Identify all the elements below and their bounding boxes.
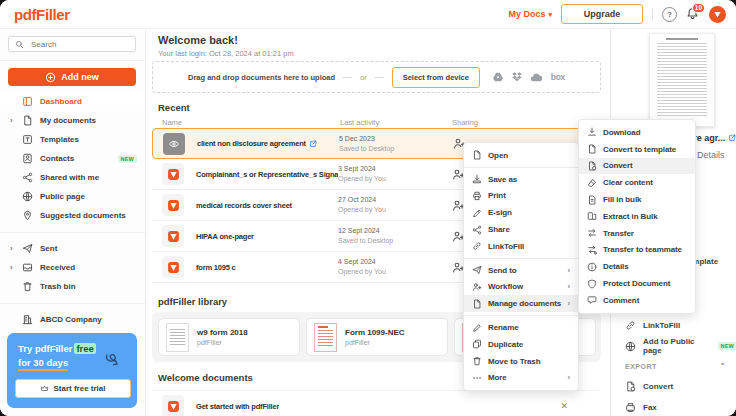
upgrade-button[interactable]: Upgrade	[561, 4, 643, 24]
details-link[interactable]: Details	[697, 150, 725, 160]
notifications-bell[interactable]: 10	[686, 7, 700, 21]
drag-drop-label: Drag and drop documents here to upload	[188, 73, 335, 82]
submenu-item-fill-in-bulk[interactable]: Fill in bulk	[579, 191, 695, 208]
doc-name: medical records cover sheet	[196, 201, 292, 210]
submenu-item-transfer[interactable]: Transfer	[579, 225, 695, 242]
sidebar-item-contacts[interactable]: Contacts NEW	[0, 149, 145, 168]
extract-icon	[587, 211, 597, 221]
menu-divider	[464, 167, 578, 168]
sidebar-item-templates[interactable]: Templates	[0, 130, 145, 149]
shield-icon	[587, 279, 597, 289]
sidebar-item-suggested-documents[interactable]: Suggested documents	[0, 206, 145, 225]
crown-icon	[40, 384, 49, 393]
sidebar-item-shared-with-me[interactable]: Shared with me	[0, 168, 145, 187]
pdffiller-app-window: pdfFiller My Docs ▾ Upgrade ? 10	[0, 0, 736, 416]
pdffiller-logo: pdfFiller	[14, 6, 70, 23]
sidebar-item-my-documents[interactable]: › My documents	[0, 111, 145, 130]
submenu-item-transfer-to-teammate[interactable]: Transfer to teammate	[579, 242, 695, 259]
doc-activity: Saved to Desktop	[338, 236, 452, 246]
submenu-item-protect-document[interactable]: Protect Document	[579, 275, 695, 292]
welcome-doc-row[interactable]: Get started with pdfFiller ✕	[152, 390, 600, 416]
sidebar-item-dashboard[interactable]: Dashboard	[0, 92, 145, 111]
start-free-trial-button[interactable]: Start free trial	[15, 379, 131, 398]
divider	[343, 77, 352, 78]
my-docs-label: My Docs	[508, 9, 545, 19]
submenu-item-clear-content[interactable]: Clear content	[579, 174, 695, 191]
submenu-item-download[interactable]: Download	[579, 124, 695, 141]
doc-name: client non disclosure agreement	[197, 139, 306, 148]
manage-documents-submenu: Download Convert to template Convert Cle…	[578, 119, 696, 314]
add-new-button[interactable]: Add new	[8, 68, 136, 86]
dropbox-icon[interactable]	[511, 71, 523, 83]
sidebar-item-received[interactable]: › Received	[0, 258, 145, 277]
sidebar-item-abcd-company[interactable]: ABCD Company	[0, 310, 145, 329]
document-preview[interactable]	[649, 33, 715, 127]
doc-name: HIPAA one-pager	[196, 232, 254, 241]
submenu-item-convert[interactable]: Convert	[579, 158, 695, 175]
sidebar-search[interactable]	[8, 36, 136, 52]
menu-item-move-to-trash[interactable]: Move to Trash	[464, 353, 578, 370]
welcome-docs-section-title: Welcome documents	[158, 372, 253, 383]
fill-bulk-icon	[587, 195, 597, 205]
copy-icon	[472, 339, 482, 349]
box-icon[interactable]: box	[551, 72, 565, 82]
inbox-icon	[22, 262, 33, 273]
submenu-item-comment[interactable]: Comment	[579, 292, 695, 309]
menu-item-duplicate[interactable]: Duplicate	[464, 336, 578, 353]
avatar[interactable]	[709, 6, 726, 23]
menu-item-share[interactable]: Share	[464, 221, 578, 238]
library-card-1099[interactable]: Form 1099-NEC pdfFiller	[306, 318, 448, 356]
transfer-icon	[587, 228, 597, 238]
my-docs-dropdown[interactable]: My Docs ▾	[508, 9, 552, 19]
panel-item-convert[interactable]: Convert	[611, 377, 736, 395]
panel-item-fax[interactable]: Fax	[611, 398, 736, 416]
new-badge: NEW	[118, 155, 137, 163]
menu-divider	[464, 315, 578, 316]
chevron-right-icon: ›	[567, 282, 570, 291]
menu-item-rename[interactable]: Rename	[464, 319, 578, 336]
cloud-sources: box	[492, 71, 565, 83]
last-login-text: Your last login: Oct 28, 2024 at 01:21 p…	[158, 49, 294, 58]
onedrive-icon[interactable]	[530, 72, 544, 83]
menu-item-manage-documents[interactable]: Manage documents ›	[464, 295, 578, 312]
library-card-w9[interactable]: w9 form 2018 pdfFiller	[158, 318, 300, 356]
export-section-header[interactable]: EXPORT ⌃	[625, 362, 726, 370]
submenu-item-convert-to-template[interactable]: Convert to template	[579, 141, 695, 158]
menu-item-send-to[interactable]: Send to ›	[464, 262, 578, 279]
template-icon	[22, 134, 33, 145]
sidebar-item-sent[interactable]: › Sent	[0, 239, 145, 258]
pdffiller-doc-icon	[162, 256, 184, 278]
pdffiller-doc-icon	[162, 163, 184, 185]
menu-item-workflow[interactable]: Workflow ›	[464, 279, 578, 296]
panel-item-add-to-public-page[interactable]: Add to Public page NEW	[611, 337, 736, 355]
pdffiller-doc-icon	[162, 194, 184, 216]
panel-item-linktofill[interactable]: LinkToFill	[611, 316, 736, 334]
sidebar-item-trash-bin[interactable]: Trash bin	[0, 277, 145, 296]
menu-item-open[interactable]: Open	[464, 147, 578, 164]
promo-line2: for 30 days	[18, 357, 68, 371]
help-icon[interactable]: ?	[662, 7, 677, 22]
download-icon	[587, 127, 597, 137]
menu-item-esign[interactable]: E-sign	[464, 204, 578, 221]
trash-icon	[22, 281, 33, 292]
notification-count-badge: 10	[692, 3, 705, 13]
external-link-icon[interactable]	[309, 140, 317, 148]
pin-icon	[22, 210, 33, 221]
google-drive-icon[interactable]	[492, 71, 504, 83]
share-icon	[472, 225, 482, 235]
external-link-icon[interactable]	[728, 134, 736, 142]
menu-item-more[interactable]: More ›	[464, 370, 578, 387]
search-input[interactable]	[29, 39, 123, 50]
sidebar-item-public-page[interactable]: Public page	[0, 187, 145, 206]
close-icon[interactable]: ✕	[560, 401, 568, 411]
menu-item-print[interactable]: Print	[464, 188, 578, 205]
upload-dropzone[interactable]: Drag and drop documents here to upload o…	[152, 61, 601, 93]
library-section-title: pdfFiller library	[158, 296, 227, 307]
select-from-device-button[interactable]: Select from device	[392, 67, 480, 88]
menu-item-save-as[interactable]: Save as	[464, 171, 578, 188]
menu-item-linktofill[interactable]: LinkToFill	[464, 238, 578, 255]
submenu-item-details[interactable]: Details	[579, 258, 695, 275]
table-header: Name Last activity Sharing	[162, 118, 602, 127]
submenu-item-extract-in-bulk[interactable]: Extract in Bulk	[579, 208, 695, 225]
chevron-right-icon: ›	[10, 263, 15, 272]
